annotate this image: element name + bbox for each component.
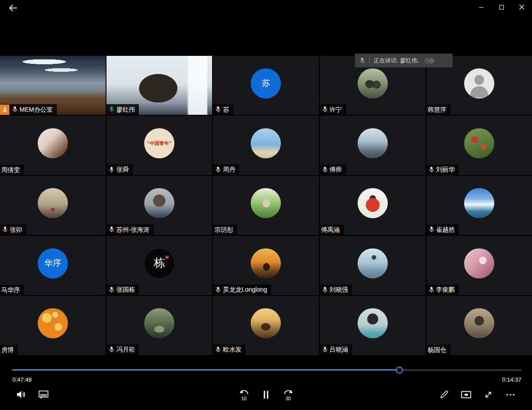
mic-icon [108,286,115,293]
participant-name: MEM办公室 [20,106,53,113]
participant-label: 傅师 [320,164,346,175]
participant-tile[interactable]: 宗玥彤 [213,176,319,235]
participant-tile[interactable]: 张卯 [0,176,106,235]
mic-icon [322,346,328,353]
participant-name: 张卯 [10,226,22,233]
mic-icon [428,286,435,293]
participant-tile[interactable]: 杨国仓 [426,296,532,355]
mic-icon [12,106,18,113]
participant-avatar [464,248,494,278]
participant-tile[interactable]: 周丹 [213,116,319,175]
mic-icon [322,286,328,293]
mini-view-icon [460,389,472,401]
mic-icon [215,346,221,353]
participant-tile[interactable]: 周倩雯 [0,116,106,175]
pause-icon [260,389,272,400]
participant-avatar: 栋 [144,248,175,279]
participant-name: 崔越然 [436,226,455,233]
seek-slider[interactable] [12,367,521,373]
participant-label: 张卯 [0,224,26,235]
toast-divider [369,56,370,65]
participant-tile[interactable]: 栋 张国栋 [106,236,212,295]
participant-label: 冯月崧 [106,344,139,355]
participant-label: 马华序 [0,285,24,295]
participant-tile[interactable]: 房博 [0,296,106,355]
participant-name: 苏 [223,106,229,113]
avatar-text: 栋 [154,257,165,270]
maximize-button[interactable] [491,0,512,14]
participant-tile[interactable]: MEM办公室 [0,56,106,115]
participant-tile[interactable]: 冯月崧 [106,296,212,355]
video-content[interactable]: MEM办公室 廖红伟 苏 [0,56,532,355]
participant-label: 房博 [0,345,18,355]
participant-tile[interactable]: 刘晓强 [320,236,426,295]
mini-view-button[interactable] [456,385,476,404]
participant-tile[interactable]: 华序 马华序 [0,236,106,295]
participant-name: 廖红伟 [116,106,135,113]
subtitles-button[interactable] [34,385,53,404]
participant-name: 欧水发 [223,346,241,352]
participant-tile[interactable]: 李俊鹏 [426,236,532,295]
center-controls: 10 30 [234,385,298,404]
participant-tile[interactable]: 傅禹涵 [320,176,426,235]
skip-back-button[interactable]: 10 [234,385,254,404]
participant-label: MEM办公室 [0,104,57,115]
participant-tile[interactable]: “中国青年” 张舜 [106,116,212,175]
participant-tile[interactable]: 廖红伟 [106,56,212,115]
participant-name: 傅禹涵 [321,226,340,233]
skip-forward-button[interactable]: 30 [279,385,298,404]
participant-name: 周倩雯 [1,167,20,173]
participant-tile[interactable]: 苏州-张海涛 [106,176,212,235]
participant-grid: MEM办公室 廖红伟 苏 [0,56,532,355]
mic-icon [322,166,328,173]
mic-icon [215,166,221,173]
avatar-text: 华序 [44,258,61,268]
participant-label: 宗玥彤 [213,225,237,235]
participant-avatar [38,308,68,339]
back-button[interactable] [4,1,22,15]
host-icon [0,105,9,115]
fullscreen-button[interactable] [478,385,498,404]
edit-pen-button[interactable] [434,385,453,404]
participant-name: 吕晓涵 [330,346,348,352]
participant-tile[interactable]: 刘丽华 [426,116,532,175]
mic-icon [215,286,221,293]
participant-name: 许宁 [330,106,342,113]
participant-avatar [251,128,281,158]
participant-label: 昊龙龙Longlong [213,285,271,295]
participant-label: 傅禹涵 [320,225,344,235]
seek-thumb[interactable] [396,367,403,374]
participant-tile[interactable]: 崔越然 [426,176,532,235]
minimize-button[interactable] [471,0,491,14]
volume-button[interactable] [12,385,31,404]
subtitles-icon [38,389,49,400]
participant-tile[interactable]: 吕晓涵 [320,296,426,355]
avatar-text: “中国青年” [147,141,172,146]
close-button[interactable] [512,0,532,14]
participant-avatar [38,188,68,219]
pen-icon [438,389,449,400]
mic-icon [108,346,115,353]
participant-tile[interactable]: 欧水发 [213,296,319,355]
participant-avatar [464,68,494,98]
pause-button[interactable] [256,385,276,404]
participant-tile[interactable]: 昊龙龙Longlong [213,236,319,295]
skip-forward-label: 30 [279,396,298,401]
speaking-toast: 正在讲话: 廖红伟; [355,54,453,67]
mic-icon [215,106,221,113]
toast-text: 正在讲话: 廖红伟; [374,57,419,65]
participant-name: 昊龙龙Longlong [223,286,267,293]
participant-tile[interactable]: 傅师 [320,116,426,175]
participant-name: 张舜 [116,166,129,172]
participant-avatar: “中国青年” [144,128,174,158]
participant-tile[interactable]: 苏 苏 [213,56,319,115]
participant-avatar [358,68,388,98]
time-row: 0:47:48 0:14:37 [12,376,521,383]
minimize-icon [479,5,484,10]
participant-avatar [464,128,494,158]
participant-label: 杨国仓 [426,345,450,355]
participant-avatar [251,188,281,219]
more-options-button[interactable] [500,385,520,404]
skip-back-label: 10 [234,396,254,401]
avatar-text: 苏 [262,78,270,88]
